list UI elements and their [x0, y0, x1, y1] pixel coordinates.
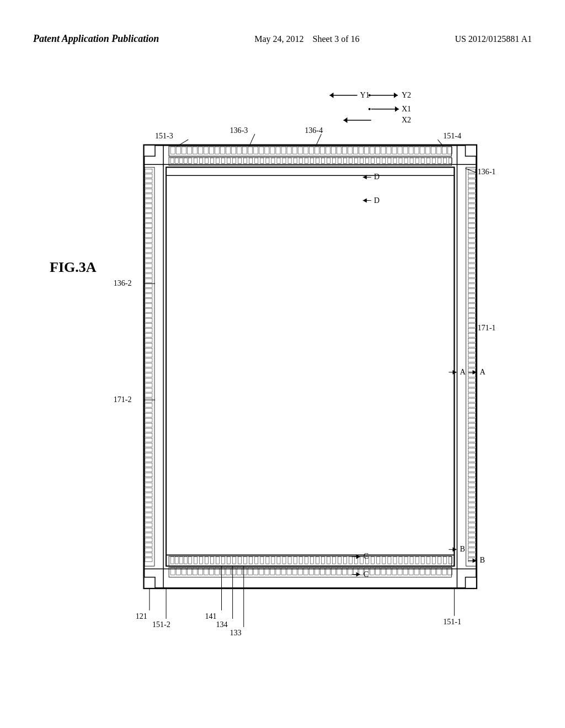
svg-text:133: 133	[230, 628, 242, 637]
svg-rect-393	[144, 577, 155, 588]
svg-text:B: B	[480, 555, 485, 564]
svg-marker-1	[395, 106, 399, 112]
svg-marker-10	[394, 93, 398, 98]
svg-text:136-2: 136-2	[114, 279, 132, 287]
svg-marker-7	[329, 93, 333, 98]
svg-marker-4	[343, 117, 347, 123]
svg-rect-394	[465, 577, 476, 588]
svg-text:A: A	[460, 367, 466, 376]
svg-text:X2: X2	[402, 115, 411, 124]
svg-point-13	[369, 108, 371, 110]
svg-text:151-3: 151-3	[155, 131, 173, 140]
svg-text:C: C	[364, 570, 369, 579]
svg-text:151-1: 151-1	[443, 617, 461, 626]
svg-point-12	[369, 94, 371, 97]
svg-text:121: 121	[136, 612, 147, 620]
svg-text:D: D	[374, 172, 380, 181]
svg-text:171-2: 171-2	[114, 395, 132, 404]
svg-text:A: A	[480, 367, 486, 376]
svg-rect-391	[144, 145, 155, 156]
svg-rect-392	[465, 145, 476, 156]
svg-text:151-4: 151-4	[443, 131, 461, 140]
svg-text:B: B	[460, 544, 465, 553]
svg-text:C: C	[364, 552, 369, 560]
svg-text:D: D	[374, 196, 380, 205]
publication-title: Patent Application Publication	[33, 33, 159, 45]
svg-rect-19	[166, 167, 454, 566]
patent-number: US 2012/0125881 A1	[455, 34, 532, 44]
svg-text:X1: X1	[402, 104, 411, 113]
svg-text:136-3: 136-3	[230, 126, 248, 135]
svg-text:151-2: 151-2	[152, 620, 170, 629]
svg-text:134: 134	[216, 620, 227, 629]
publication-date-sheet: May 24, 2012 Sheet 3 of 16	[254, 34, 359, 44]
patent-diagram: X1 X2 Y1 Y2	[33, 72, 532, 695]
svg-text:141: 141	[205, 612, 216, 620]
svg-text:Y1: Y1	[360, 90, 370, 99]
svg-text:Y2: Y2	[402, 90, 411, 99]
svg-text:136-1: 136-1	[478, 167, 496, 176]
page-header: Patent Application Publication May 24, 2…	[0, 33, 565, 45]
svg-text:171-1: 171-1	[478, 323, 496, 332]
svg-text:136-4: 136-4	[305, 126, 323, 135]
diagram-area: FIG.3A X1 X2 Y1 Y2	[33, 72, 532, 695]
